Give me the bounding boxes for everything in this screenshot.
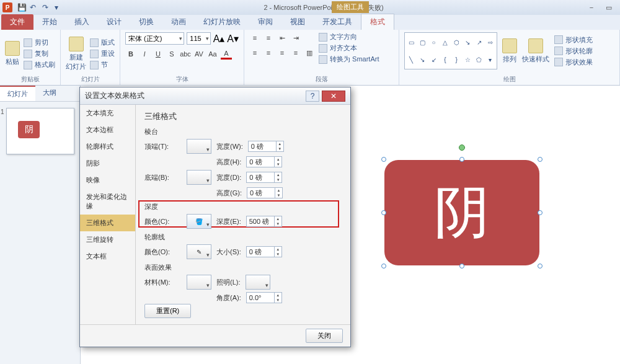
- bottom-label: 底端(B):: [144, 173, 182, 182]
- save-icon[interactable]: 💾: [17, 3, 26, 12]
- nav-text-fill[interactable]: 文本填充: [80, 105, 135, 122]
- bevel-bottom-dropdown[interactable]: [187, 170, 211, 185]
- tab-slideshow[interactable]: 幻灯片放映: [195, 14, 249, 30]
- help-button[interactable]: ?: [306, 91, 319, 102]
- indent-left-button[interactable]: ⇤: [277, 32, 288, 43]
- app-icon: P: [2, 2, 12, 12]
- font-color-button[interactable]: A: [221, 48, 232, 60]
- bullets-button[interactable]: ≡: [249, 32, 260, 43]
- width-d-spinner[interactable]: 0 磅▲▼: [246, 172, 282, 183]
- tab-format[interactable]: 格式: [361, 14, 394, 30]
- handle-tr[interactable]: [538, 157, 542, 162]
- smartart-button[interactable]: 转换为 SmartArt: [319, 55, 379, 64]
- redo-icon[interactable]: ↷: [42, 3, 51, 12]
- arrange-button[interactable]: 排列: [502, 38, 517, 64]
- size-spinner[interactable]: 0 磅▲▼: [246, 246, 282, 257]
- shape-fill-button[interactable]: 形状填充: [554, 35, 593, 45]
- align-text-button[interactable]: 对齐文本: [319, 43, 379, 53]
- height-g-spinner[interactable]: 0 磅▲▼: [247, 187, 283, 198]
- font-size-combo[interactable]: 115: [187, 32, 210, 45]
- close-dialog-button[interactable]: 关闭: [306, 329, 343, 343]
- tab-file[interactable]: 文件: [1, 14, 33, 30]
- format-painter-button[interactable]: 格式刷: [24, 60, 55, 69]
- nav-textbox[interactable]: 文本框: [80, 248, 135, 265]
- case-button[interactable]: Aa: [207, 48, 218, 60]
- nav-outline-style[interactable]: 轮廓样式: [80, 138, 135, 155]
- cut-button[interactable]: 剪切: [24, 38, 55, 47]
- tab-home[interactable]: 开始: [33, 14, 66, 30]
- font-name-combo[interactable]: 宋体 (正文): [125, 32, 184, 45]
- material-dropdown[interactable]: [187, 275, 211, 290]
- contour-color-dropdown[interactable]: ✎: [187, 244, 211, 259]
- group-clipboard: 粘贴 剪切 复制 格式刷 剪贴板: [0, 30, 61, 85]
- undo-icon[interactable]: ↶: [30, 3, 38, 12]
- align-left-button[interactable]: ≡: [249, 47, 260, 58]
- close-button[interactable]: ✕: [322, 91, 345, 102]
- qat-dropdown-icon[interactable]: ▾: [55, 3, 63, 12]
- paste-icon: [5, 41, 20, 56]
- minimize-icon[interactable]: −: [584, 3, 599, 12]
- increase-font-icon[interactable]: A▴: [213, 33, 225, 45]
- spacing-button[interactable]: AV: [193, 48, 205, 60]
- handle-bl[interactable]: [381, 264, 386, 269]
- slide-thumbnail-1[interactable]: 1 阴: [6, 108, 74, 154]
- tab-developer[interactable]: 开发工具: [314, 14, 361, 30]
- nav-text-outline[interactable]: 文本边框: [80, 122, 135, 138]
- shapes-gallery[interactable]: ▭▢○△⬡↘↗⇨ ╲↘↙{}☆⬠▾: [404, 32, 497, 69]
- selected-shape[interactable]: 阴: [384, 160, 539, 265]
- depth-spinner[interactable]: 500 磅▲▼: [246, 216, 282, 227]
- tab-design[interactable]: 设计: [98, 14, 130, 30]
- nav-shadow[interactable]: 阴影: [80, 155, 135, 172]
- nav-3d-format[interactable]: 三维格式: [80, 215, 135, 231]
- height-h-spinner[interactable]: 0 磅▲▼: [246, 156, 282, 167]
- align-center-button[interactable]: ≡: [263, 47, 274, 58]
- width-w-spinner[interactable]: 0 磅▲▼: [248, 141, 284, 152]
- surface-section-label: 表面效果: [144, 263, 342, 272]
- dialog-titlebar[interactable]: 设置文本效果格式 ? ✕: [80, 87, 350, 105]
- columns-button[interactable]: ▥: [304, 47, 315, 58]
- section-button[interactable]: 节: [90, 60, 115, 69]
- tab-review[interactable]: 审阅: [249, 14, 281, 30]
- reset-button[interactable]: 重置(R): [144, 304, 191, 318]
- new-slide-button[interactable]: 新建 幻灯片: [66, 37, 86, 71]
- nav-3d-rotation[interactable]: 三维旋转: [80, 231, 135, 248]
- reset-button[interactable]: 重设: [90, 49, 115, 58]
- shape-outline-button[interactable]: 形状轮廓: [554, 47, 593, 56]
- depth-color-dropdown[interactable]: 🪣: [187, 214, 211, 229]
- bold-button[interactable]: B: [125, 48, 136, 60]
- nav-reflection[interactable]: 映像: [80, 172, 135, 189]
- handle-br[interactable]: [538, 264, 542, 269]
- tab-view[interactable]: 视图: [281, 14, 314, 30]
- shadow-button[interactable]: abc: [180, 48, 191, 60]
- indent-right-button[interactable]: ⇥: [290, 32, 301, 43]
- nav-glow[interactable]: 发光和柔化边缘: [80, 189, 135, 215]
- paste-button[interactable]: 粘贴: [5, 41, 20, 66]
- italic-button[interactable]: I: [139, 48, 150, 60]
- text-direction-button[interactable]: 文字方向: [319, 32, 379, 42]
- restore-icon[interactable]: ▭: [601, 3, 616, 12]
- align-right-button[interactable]: ≡: [277, 47, 288, 58]
- handle-ml[interactable]: [381, 210, 386, 215]
- bevel-top-dropdown[interactable]: [187, 139, 211, 154]
- panel-tab-outline[interactable]: 大纲: [35, 86, 64, 101]
- shape-effects-button[interactable]: 形状效果: [554, 58, 593, 67]
- quick-styles-button[interactable]: 快速样式: [522, 38, 549, 64]
- justify-button[interactable]: ≡: [290, 47, 301, 58]
- underline-button[interactable]: U: [153, 48, 164, 60]
- tab-insert[interactable]: 插入: [66, 14, 98, 30]
- panel-tab-slides[interactable]: 幻灯片: [0, 86, 35, 101]
- decrease-font-icon[interactable]: A▾: [227, 33, 239, 45]
- handle-bm[interactable]: [459, 264, 464, 269]
- lighting-dropdown[interactable]: [246, 275, 270, 290]
- handle-tl[interactable]: [381, 157, 386, 162]
- tab-animations[interactable]: 动画: [162, 14, 195, 30]
- copy-button[interactable]: 复制: [24, 49, 55, 58]
- handle-mr[interactable]: [538, 210, 542, 215]
- strikethrough-button[interactable]: S: [166, 48, 177, 60]
- numbering-button[interactable]: ≡: [263, 32, 274, 43]
- angle-spinner[interactable]: 0.0°▲▼: [246, 292, 282, 303]
- rotation-handle[interactable]: [459, 144, 465, 151]
- handle-tm[interactable]: [459, 157, 464, 162]
- tab-transitions[interactable]: 切换: [130, 14, 162, 30]
- layout-button[interactable]: 版式: [90, 38, 115, 47]
